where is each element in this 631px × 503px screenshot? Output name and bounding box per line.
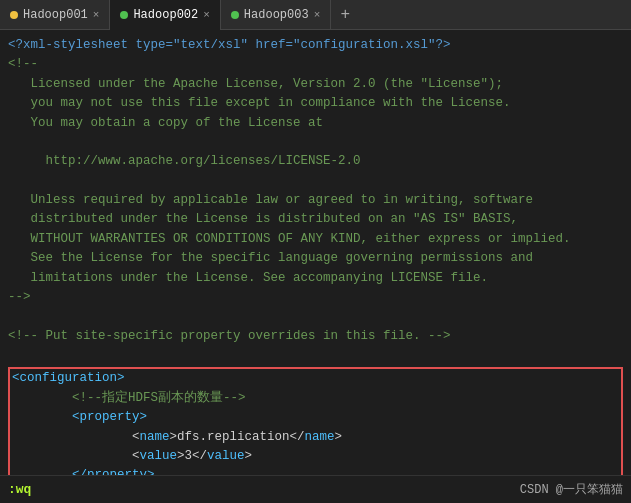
line-comment-close: --> xyxy=(8,288,623,307)
status-bar: :wq CSDN @一只笨猫猫 xyxy=(0,475,631,503)
tab-close-3[interactable]: × xyxy=(314,9,321,21)
tab-close-1[interactable]: × xyxy=(93,9,100,21)
tab-bar: Hadoop001 × Hadoop002 × Hadoop003 × + xyxy=(0,0,631,30)
tab-label-1: Hadoop001 xyxy=(23,8,88,22)
tab-hadoop001[interactable]: Hadoop001 × xyxy=(0,0,110,30)
line-comment-blank1 xyxy=(8,133,623,152)
tab-hadoop003[interactable]: Hadoop003 × xyxy=(221,0,331,30)
hl-line-property-open1: <property> xyxy=(12,408,619,427)
line-pi: <?xml-stylesheet type="text/xsl" href="c… xyxy=(8,36,623,55)
line-comment-8: limitations under the License. See accom… xyxy=(8,269,623,288)
line-comment-blank2 xyxy=(8,172,623,191)
line-blank1 xyxy=(8,307,623,326)
hl-line-comment-replication: <!--指定HDFS副本的数量--> xyxy=(12,389,619,408)
line-comment-6: WITHOUT WARRANTIES OR CONDITIONS OF ANY … xyxy=(8,230,623,249)
tab-add-button[interactable]: + xyxy=(331,0,359,30)
line-comment-url: http://www.apache.org/licenses/LICENSE-2… xyxy=(8,152,623,171)
highlighted-block: <configuration> <!--指定HDFS副本的数量--> <prop… xyxy=(8,367,623,475)
tab-close-2[interactable]: × xyxy=(203,9,210,21)
line-comment-open: <!-- xyxy=(8,55,623,74)
tab-label-2: Hadoop002 xyxy=(133,8,198,22)
line-comment-3: You may obtain a copy of the License at xyxy=(8,114,623,133)
hl-line-property-close1: </property> xyxy=(12,466,619,475)
tab-dot-2 xyxy=(120,11,128,19)
line-comment-1: Licensed under the Apache License, Versi… xyxy=(8,75,623,94)
status-cmd: :wq xyxy=(8,482,31,497)
hl-line-value1: <value>3</value> xyxy=(12,447,619,466)
hl-line-config-open: <configuration> xyxy=(12,369,619,388)
line-site-comment: <!-- Put site-specific property override… xyxy=(8,327,623,346)
tab-label-3: Hadoop003 xyxy=(244,8,309,22)
tab-dot-1 xyxy=(10,11,18,19)
line-comment-5: distributed under the License is distrib… xyxy=(8,210,623,229)
tab-hadoop002[interactable]: Hadoop002 × xyxy=(110,0,220,30)
line-comment-7: See the License for the specific languag… xyxy=(8,249,623,268)
content-area: <?xml-stylesheet type="text/xsl" href="c… xyxy=(0,30,631,475)
line-comment-2: you may not use this file except in comp… xyxy=(8,94,623,113)
hl-line-name1: <name>dfs.replication</name> xyxy=(12,428,619,447)
status-watermark: CSDN @一只笨猫猫 xyxy=(520,481,623,498)
tab-dot-3 xyxy=(231,11,239,19)
line-comment-4: Unless required by applicable law or agr… xyxy=(8,191,623,210)
line-blank2 xyxy=(8,346,623,365)
